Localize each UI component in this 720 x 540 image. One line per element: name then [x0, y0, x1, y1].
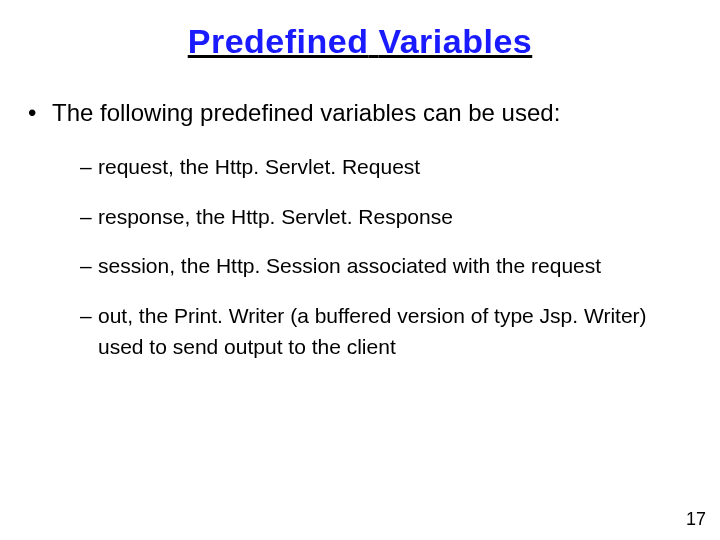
slide: Predefined Variables The following prede… — [0, 0, 720, 540]
intro-text: The following predefined variables can b… — [24, 97, 696, 129]
list-item: request, the Http. Servlet. Request — [80, 151, 696, 183]
list-item: session, the Http. Session associated wi… — [80, 250, 696, 282]
list-item: out, the Print. Writer (a buffered versi… — [80, 300, 696, 363]
page-number: 17 — [686, 509, 706, 530]
title-word-1: Predefined — [188, 22, 369, 60]
title-word-2: Variables — [378, 22, 532, 60]
list-item: response, the Http. Servlet. Response — [80, 201, 696, 233]
slide-title: Predefined Variables — [24, 22, 696, 61]
variable-list: request, the Http. Servlet. Request resp… — [24, 151, 696, 363]
